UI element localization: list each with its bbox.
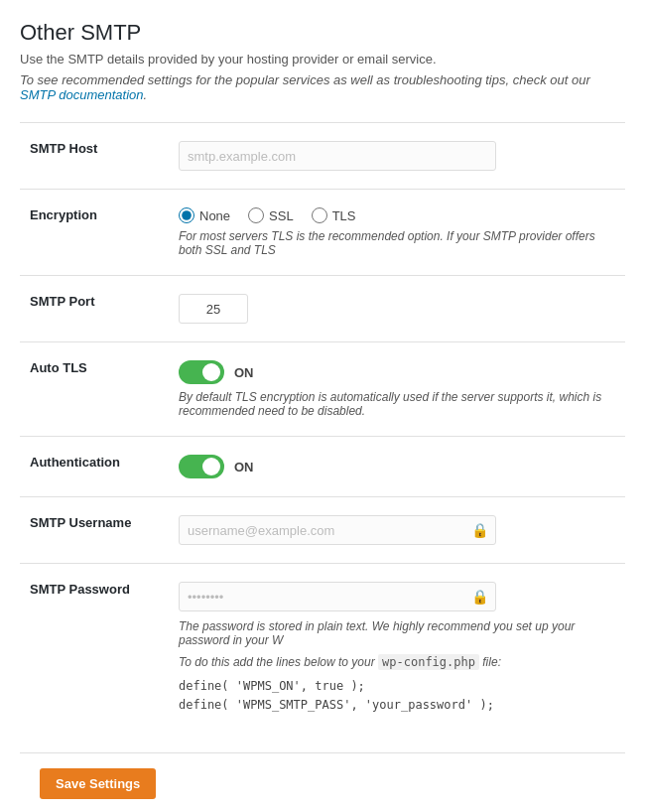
- code-block: define( 'WPMS_ON', true ); define( 'WPMS…: [179, 677, 615, 715]
- smtp-port-input[interactable]: [179, 294, 248, 324]
- encryption-label: Encryption: [20, 190, 169, 276]
- code-line-1: define( 'WPMS_ON', true );: [179, 677, 615, 696]
- authentication-field-cell: ON: [169, 437, 625, 497]
- encryption-tls-option[interactable]: TLS: [312, 207, 356, 223]
- smtp-username-row: SMTP Username 🔒: [20, 497, 625, 564]
- page-subtitle: Use the SMTP details provided by your ho…: [20, 52, 625, 67]
- smtp-username-icon: 🔒: [471, 522, 488, 538]
- authentication-row: Authentication ON: [20, 437, 625, 497]
- smtp-password-input[interactable]: [179, 582, 496, 611]
- auto-tls-toggle[interactable]: [179, 360, 224, 384]
- encryption-ssl-label: SSL: [269, 208, 294, 223]
- smtp-password-field-cell: 🔒 The password is stored in plain text. …: [169, 564, 625, 734]
- smtp-username-field-cell: 🔒: [169, 497, 625, 564]
- page-tip-suffix: .: [144, 87, 148, 102]
- smtp-host-field-cell: [169, 123, 625, 190]
- auto-tls-slider: [179, 360, 224, 384]
- code-line-2: define( 'WPMS_SMTP_PASS', 'your_password…: [179, 696, 615, 715]
- auto-tls-label: Auto TLS: [20, 342, 169, 437]
- authentication-toggle-label: ON: [234, 460, 254, 474]
- smtp-port-row: SMTP Port: [20, 276, 625, 342]
- smtp-username-input[interactable]: [179, 515, 496, 545]
- authentication-toggle[interactable]: [179, 455, 224, 478]
- auto-tls-toggle-container: ON: [179, 360, 615, 384]
- encryption-ssl-radio[interactable]: [248, 207, 264, 223]
- authentication-toggle-container: ON: [179, 455, 615, 478]
- auto-tls-note: By default TLS encryption is automatical…: [179, 390, 615, 418]
- smtp-port-label: SMTP Port: [20, 276, 169, 342]
- page-tip-text: To see recommended settings for the popu…: [20, 72, 590, 87]
- smtp-password-label: SMTP Password: [20, 564, 169, 734]
- encryption-note: For most servers TLS is the recommended …: [179, 229, 615, 257]
- encryption-radio-group: None SSL TLS: [179, 207, 615, 223]
- authentication-label: Authentication: [20, 437, 169, 497]
- smtp-password-input-wrapper: 🔒: [179, 582, 496, 611]
- encryption-field-cell: None SSL TLS For most servers TLS is the…: [169, 190, 625, 276]
- smtp-host-input[interactable]: [179, 141, 496, 171]
- encryption-none-radio[interactable]: [179, 207, 194, 223]
- save-settings-button[interactable]: Save Settings: [40, 768, 156, 799]
- authentication-slider: [179, 455, 224, 478]
- encryption-none-label: None: [199, 208, 230, 223]
- auto-tls-field-cell: ON By default TLS encryption is automati…: [169, 342, 625, 437]
- save-section: Save Settings: [20, 752, 625, 812]
- settings-table: SMTP Host Encryption None SSL: [20, 122, 625, 733]
- smtp-password-row: SMTP Password 🔒 The password is stored i…: [20, 564, 625, 734]
- smtp-password-icon: 🔒: [471, 589, 488, 605]
- page-title: Other SMTP: [20, 20, 625, 46]
- encryption-tls-radio[interactable]: [312, 207, 327, 223]
- encryption-tls-label: TLS: [332, 208, 356, 223]
- encryption-row: Encryption None SSL TLS: [20, 190, 625, 276]
- smtp-username-input-wrapper: 🔒: [179, 515, 496, 545]
- auto-tls-toggle-label: ON: [234, 365, 254, 380]
- wp-config-code: wp-config.php: [378, 654, 479, 670]
- smtp-port-field-cell: [169, 276, 625, 342]
- smtp-host-label: SMTP Host: [20, 123, 169, 190]
- password-note-1: The password is stored in plain text. We…: [179, 619, 615, 647]
- encryption-ssl-option[interactable]: SSL: [248, 207, 294, 223]
- password-note-2: To do this add the lines below to your w…: [179, 655, 615, 669]
- encryption-none-option[interactable]: None: [179, 207, 230, 223]
- page-tip: To see recommended settings for the popu…: [20, 72, 625, 102]
- smtp-docs-link[interactable]: SMTP documentation: [20, 87, 144, 102]
- smtp-username-label: SMTP Username: [20, 497, 169, 564]
- smtp-host-row: SMTP Host: [20, 123, 625, 190]
- auto-tls-row: Auto TLS ON By default TLS encryption is…: [20, 342, 625, 437]
